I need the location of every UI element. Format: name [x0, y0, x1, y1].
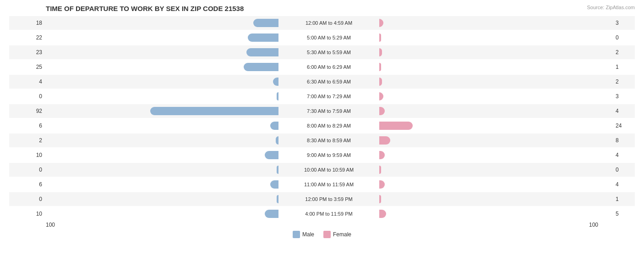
bars-center: 10:00 AM to 10:59 AM [46, 163, 612, 177]
bars-center: 5:30 AM to 5:59 AM [46, 45, 612, 59]
bar-right-container [379, 33, 517, 43]
time-label: 12:00 AM to 4:59 AM [278, 20, 379, 26]
bars-center: 12:00 AM to 4:59 AM [46, 16, 612, 30]
bar-left-container [141, 62, 278, 72]
bar-right-container [379, 209, 517, 219]
source-text: Source: ZipAtlas.com [587, 5, 635, 10]
bars-center: 9:00 AM to 9:59 AM [46, 148, 612, 162]
bar-right-container [379, 121, 517, 131]
bars-center: 7:30 AM to 7:59 AM [46, 104, 612, 118]
bar-male [246, 48, 278, 56]
bar-female [379, 166, 381, 174]
bar-female [379, 210, 386, 218]
bar-right-container [379, 47, 517, 57]
female-value: 24 [612, 123, 635, 129]
bar-male [265, 151, 278, 159]
bar-right-container [379, 91, 517, 101]
male-value: 25 [9, 64, 46, 70]
male-value: 0 [9, 196, 46, 202]
male-value: 0 [9, 93, 46, 100]
time-label: 7:00 AM to 7:29 AM [278, 94, 379, 99]
bar-female [379, 151, 385, 159]
male-value: 2 [9, 137, 46, 144]
bar-left-container [141, 135, 278, 145]
time-label: 5:30 AM to 5:59 AM [278, 50, 379, 55]
bar-left-container [141, 194, 278, 204]
bars-center: 5:00 AM to 5:29 AM [46, 31, 612, 45]
bar-left-container [141, 47, 278, 57]
male-value: 6 [9, 123, 46, 129]
table-row: 22 5:00 AM to 5:29 AM 0 [9, 31, 635, 45]
table-row: 92 7:30 AM to 7:59 AM 4 [9, 104, 635, 118]
bar-left-container [141, 91, 278, 101]
bar-left-container [141, 179, 278, 189]
bar-left-container [141, 209, 278, 219]
bar-female [379, 33, 381, 42]
bar-left-container [141, 165, 278, 175]
bar-left-container [141, 77, 278, 87]
time-label: 7:30 AM to 7:59 AM [278, 108, 379, 114]
male-value: 6 [9, 181, 46, 188]
bar-female [379, 180, 385, 189]
bar-right-container [379, 77, 517, 87]
table-row: 0 7:00 AM to 7:29 AM 3 [9, 89, 635, 103]
bars-center: 4:00 PM to 11:59 PM [46, 207, 612, 221]
legend-male: Male [293, 231, 314, 238]
time-label: 4:00 PM to 11:59 PM [278, 211, 379, 217]
bar-female [379, 195, 381, 203]
bar-right-container [379, 106, 517, 116]
bar-female [379, 107, 385, 115]
table-row: 23 5:30 AM to 5:59 AM 2 [9, 45, 635, 59]
bar-female [379, 92, 383, 100]
female-value: 2 [612, 78, 635, 85]
bar-male [270, 122, 278, 130]
bar-left-container [141, 150, 278, 160]
bars-center: 12:00 PM to 3:59 PM [46, 192, 612, 206]
female-value: 8 [612, 137, 635, 144]
bar-right-container [379, 150, 517, 160]
time-label: 11:00 AM to 11:59 AM [278, 182, 379, 187]
axis-left: 100 [46, 222, 55, 228]
time-label: 9:00 AM to 9:59 AM [278, 152, 379, 158]
bar-right-container [379, 135, 517, 145]
time-label: 6:30 AM to 6:59 AM [278, 79, 379, 84]
axis-labels: 100 100 [9, 222, 635, 228]
legend-male-box [293, 231, 300, 238]
female-value: 5 [612, 211, 635, 217]
female-value: 2 [612, 49, 635, 56]
bar-female [379, 19, 383, 27]
bar-right-container [379, 194, 517, 204]
bar-male [273, 78, 278, 86]
female-value: 4 [612, 108, 635, 114]
chart-title: TIME OF DEPARTURE TO WORK BY SEX IN ZIP … [9, 5, 635, 12]
table-row: 10 4:00 PM to 11:59 PM 5 [9, 207, 635, 221]
female-value: 4 [612, 181, 635, 188]
axis-right: 100 [589, 222, 598, 228]
female-value: 4 [612, 152, 635, 158]
bar-male [248, 33, 278, 42]
female-value: 1 [612, 196, 635, 202]
bars-center: 6:00 AM to 6:29 AM [46, 60, 612, 74]
table-row: 18 12:00 AM to 4:59 AM 3 [9, 16, 635, 30]
female-value: 3 [612, 93, 635, 100]
bar-male [253, 19, 278, 27]
time-label: 8:00 AM to 8:29 AM [278, 123, 379, 128]
table-row: 6 8:00 AM to 8:29 AM 24 [9, 119, 635, 133]
bar-female [379, 136, 390, 145]
bars-center: 8:30 AM to 8:59 AM [46, 134, 612, 147]
legend-female-label: Female [333, 231, 351, 238]
bar-female [379, 63, 381, 71]
legend-female: Female [323, 231, 351, 238]
female-value: 3 [612, 20, 635, 26]
male-value: 0 [9, 167, 46, 173]
bar-right-container [379, 165, 517, 175]
table-row: 2 8:30 AM to 8:59 AM 8 [9, 134, 635, 147]
male-value: 10 [9, 152, 46, 158]
legend-female-box [323, 231, 331, 238]
bars-center: 8:00 AM to 8:29 AM [46, 119, 612, 133]
bar-male [150, 107, 278, 115]
bar-left-container [141, 33, 278, 43]
table-row: 6 11:00 AM to 11:59 AM 4 [9, 178, 635, 191]
table-row: 4 6:30 AM to 6:59 AM 2 [9, 75, 635, 89]
bars-center: 11:00 AM to 11:59 AM [46, 178, 612, 191]
